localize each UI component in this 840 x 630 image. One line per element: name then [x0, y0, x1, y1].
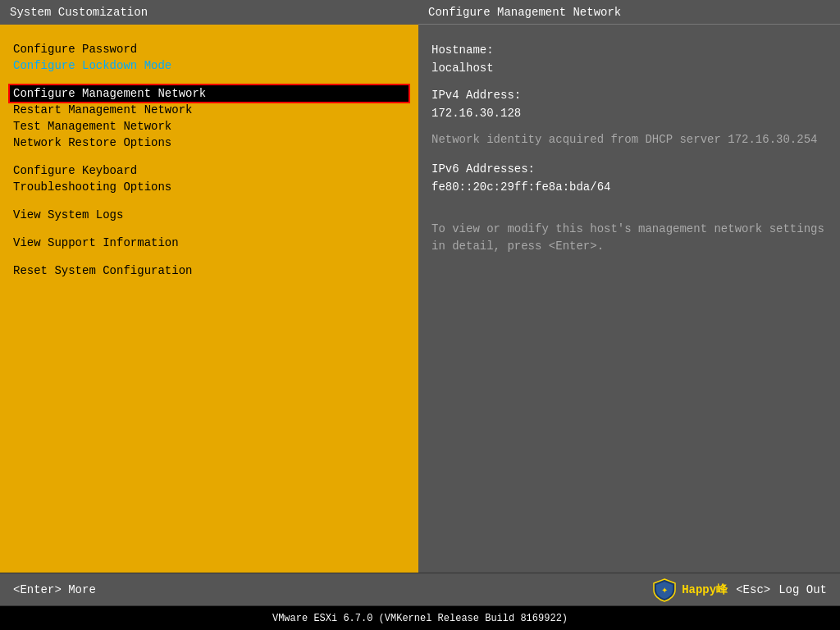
menu-item-configure-lockdown[interactable]: Configure Lockdown Mode — [10, 57, 409, 74]
watermark: ✦ Happy峰 — [652, 578, 728, 602]
content-area: System Customization Configure Password … — [0, 0, 840, 573]
spacer-1 — [10, 74, 409, 85]
right-panel-header: Configure Management Network — [418, 0, 840, 25]
left-menu: Configure Password Configure Lockdown Mo… — [0, 25, 418, 295]
footer-text: VMware ESXi 6.7.0 (VMKernel Release Buil… — [272, 613, 568, 624]
svg-text:✦: ✦ — [661, 586, 668, 595]
help-text: To view or modify this host's management… — [431, 221, 827, 255]
menu-item-restart-management-network[interactable]: Restart Management Network — [10, 102, 409, 118]
right-content: Hostname: localhost IPv4 Address: 172.16… — [418, 25, 840, 272]
spacer-2 — [10, 151, 409, 162]
menu-item-troubleshooting-options[interactable]: Troubleshooting Options — [10, 179, 409, 195]
ipv4-value: 172.16.30.128 — [431, 104, 827, 122]
left-panel-header: System Customization — [0, 0, 418, 25]
menu-item-reset-system-configuration[interactable]: Reset System Configuration — [10, 262, 409, 279]
hostname-value: localhost — [431, 59, 827, 77]
bottom-right: ✦ Happy峰 <Esc> Log Out — [652, 578, 827, 602]
right-panel: Configure Management Network Hostname: l… — [418, 0, 840, 573]
enter-key-label[interactable]: <Enter> — [13, 583, 62, 596]
right-header-title: Configure Management Network — [428, 6, 621, 19]
menu-item-configure-management-network[interactable]: Configure Management Network — [10, 85, 409, 102]
ipv6-value: fe80::20c:29ff:fe8a:bda/64 — [431, 178, 827, 196]
esc-key-label[interactable]: <Esc> — [736, 583, 770, 596]
hostname-label: Hostname: — [431, 41, 827, 59]
watermark-text: Happy峰 — [682, 582, 728, 597]
ipv6-label: IPv6 Addresses: — [431, 160, 827, 178]
left-panel: System Customization Configure Password … — [0, 0, 418, 573]
bottom-left: <Enter> More — [13, 583, 96, 596]
esc-key-action: Log Out — [778, 583, 827, 596]
menu-item-configure-keyboard[interactable]: Configure Keyboard — [10, 162, 409, 179]
shield-icon: ✦ — [652, 578, 677, 602]
footer: VMware ESXi 6.7.0 (VMKernel Release Buil… — [0, 605, 840, 630]
menu-item-configure-password[interactable]: Configure Password — [10, 41, 409, 57]
selected-item-label: Configure Management Network — [10, 85, 409, 102]
menu-item-test-management-network[interactable]: Test Management Network — [10, 118, 409, 135]
spacer-4 — [10, 223, 409, 235]
menu-item-network-restore-options[interactable]: Network Restore Options — [10, 135, 409, 151]
left-header-title: System Customization — [10, 6, 148, 19]
spacer-3 — [10, 195, 409, 207]
main-container: System Customization Configure Password … — [0, 0, 840, 630]
bottom-bar: <Enter> More ✦ Happy峰 <Esc> Log Out — [0, 573, 840, 605]
dhcp-note: Network identity acquired from DHCP serv… — [431, 131, 827, 148]
enter-key-action: More — [68, 583, 96, 596]
spacer-5 — [10, 251, 409, 262]
menu-item-view-support-information[interactable]: View Support Information — [10, 235, 409, 251]
ipv4-label: IPv4 Address: — [431, 86, 827, 104]
menu-item-view-system-logs[interactable]: View System Logs — [10, 207, 409, 223]
